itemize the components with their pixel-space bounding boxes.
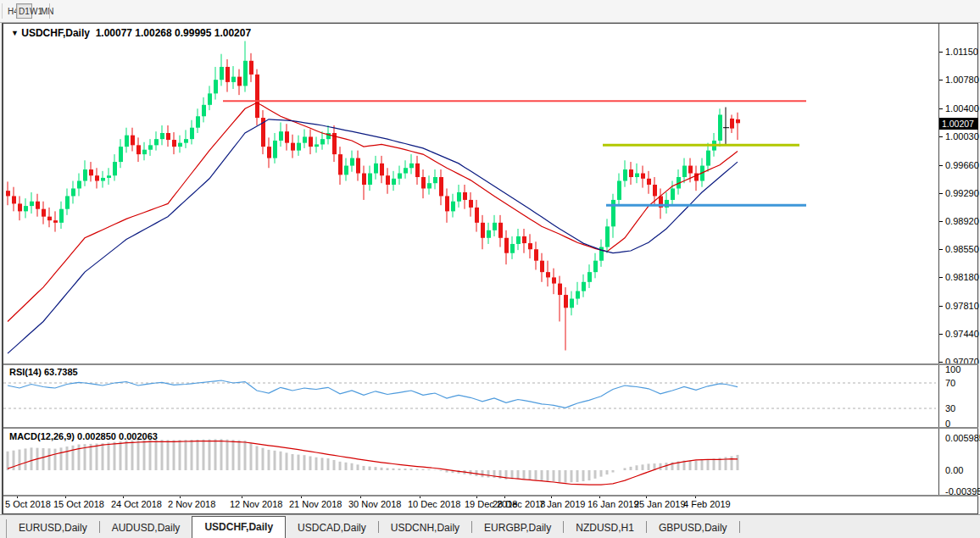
price-axis-tick [939, 362, 943, 363]
price-axis-tick [939, 80, 943, 80]
rsi-panel-separator[interactable] [3, 363, 978, 365]
time-axis-label: 7 Jan 2019 [539, 499, 585, 509]
chart-tab-audusd[interactable]: AUDUSD,Daily [100, 519, 192, 538]
candle-body [510, 244, 515, 253]
candle-body [398, 174, 402, 179]
rsi-axis-label: 30 [945, 403, 955, 413]
candle-body [59, 209, 64, 223]
candle-body [570, 299, 574, 308]
time-axis-label: 5 Oct 2018 [5, 499, 51, 509]
chart-tab-usdchf[interactable]: USDCHF,Daily [192, 516, 286, 538]
candle-body [101, 178, 105, 181]
candle-body [30, 202, 34, 206]
candle-body [682, 166, 687, 177]
candle-body [386, 175, 390, 185]
candle-body [427, 183, 432, 188]
price-axis-label: 0.99290 [945, 188, 979, 198]
candle-body [303, 136, 307, 142]
macd-panel-separator[interactable] [3, 427, 978, 429]
candle-body [71, 188, 75, 196]
price-axis-tick [939, 277, 943, 278]
candle-body [18, 203, 22, 211]
candle-body [309, 136, 313, 147]
candle-body [196, 116, 200, 127]
chart-tab-nzdusd[interactable]: NZDUSD,H1 [564, 519, 646, 538]
candle-body [493, 223, 497, 230]
chart-tab-gbpusd[interactable]: GBPUSD,Daily [647, 519, 739, 538]
candle-body [481, 223, 485, 238]
price-axis-label: 0.98180 [945, 272, 979, 282]
candle-body [208, 93, 212, 104]
candle-body [113, 162, 117, 175]
time-axis-label: 28 Dec 2018 [493, 499, 545, 509]
candle-body [154, 139, 159, 145]
candle-body [362, 174, 366, 185]
price-axis-tick [939, 136, 943, 137]
candle-body [593, 261, 598, 272]
time-axis-label: 21 Nov 2018 [289, 499, 342, 509]
chart-tab-eurgbp[interactable]: EURGBP,Daily [472, 519, 563, 538]
ma-slow-line [8, 119, 738, 353]
candle-body [36, 202, 40, 209]
candle-body [504, 238, 509, 253]
candle-body [279, 131, 283, 141]
price-axis-label: 1.00780 [945, 75, 979, 85]
candle-body [291, 143, 295, 151]
candle-body [356, 158, 360, 174]
candle-body [463, 192, 467, 200]
candle-body [475, 208, 479, 223]
candle-body [160, 133, 164, 139]
candle-body [629, 169, 633, 177]
toolbar-clipped-button [0, 3, 3, 19]
candle-body [255, 75, 259, 118]
time-axis-label: 4 Feb 2019 [683, 499, 731, 509]
price-axis-label: 0.98920 [945, 216, 979, 226]
candle-body [617, 181, 621, 200]
chart-tab-usdcnh[interactable]: USDCNH,Daily [379, 519, 471, 538]
candle-body [641, 174, 645, 179]
chevron-down-icon: ▼ [11, 29, 19, 37]
chart-title[interactable]: ▼ USDCHF,Daily 1.00077 1.00268 0.99995 1… [11, 27, 251, 39]
candle-body [380, 164, 384, 175]
candle-body [107, 175, 111, 178]
candle-body [368, 174, 372, 185]
candle-body [344, 166, 348, 175]
candle-body [6, 191, 10, 196]
candle-body [53, 220, 58, 223]
candle-body [647, 179, 651, 185]
candle-body [599, 247, 604, 261]
candle-body [142, 150, 147, 154]
candle-body [297, 143, 301, 151]
price-axis-label: 0.98550 [945, 244, 979, 254]
candle-body [374, 164, 378, 174]
candle-body [285, 131, 289, 142]
candle-body [528, 243, 532, 249]
candle-body [12, 196, 16, 203]
candle-body [558, 284, 562, 295]
time-axis-separator [3, 495, 978, 496]
price-axis-tick [939, 249, 943, 250]
time-axis-label: 10 Dec 2018 [408, 499, 460, 509]
candle-body [635, 174, 639, 177]
candle-body [605, 226, 610, 247]
terminal-window: H4D1W1MN ▼ USDCHF,Daily 1.00077 1.00268 … [0, 0, 980, 538]
candle-body [131, 136, 135, 146]
chart-tab-usdcad[interactable]: USDCAD,Daily [286, 519, 378, 538]
candle-body [409, 164, 414, 168]
price-axis-label: 1.00400 [945, 103, 979, 114]
price-axis-label: 0.97810 [945, 301, 979, 311]
candle-body [77, 181, 81, 189]
candle-body [688, 166, 693, 174]
candle-body [47, 217, 52, 220]
timeframe-button-mn[interactable]: MN [38, 3, 57, 19]
candle-body [220, 67, 224, 80]
current-price-tag: 1.00207 [939, 118, 978, 130]
time-axis-label: 2 Nov 2018 [168, 499, 215, 509]
candle-body [392, 179, 396, 185]
candle-body [65, 196, 70, 208]
chart-tab-eurusd[interactable]: EURUSD,Daily [7, 519, 99, 538]
candle-body [237, 77, 242, 86]
candle-body [730, 119, 734, 129]
time-axis-label: 24 Oct 2018 [111, 499, 162, 509]
candle-body [24, 206, 28, 211]
